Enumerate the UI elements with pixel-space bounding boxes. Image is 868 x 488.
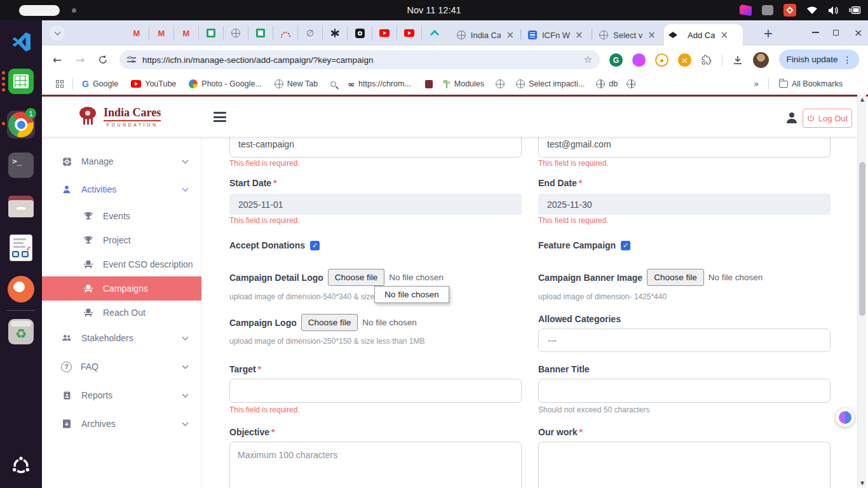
scroll-up-arrow[interactable]: ▲ [858,95,867,104]
apps-grid-icon[interactable] [56,80,64,88]
window-restore-button[interactable] [833,30,839,36]
terminal-dock-icon[interactable]: >_ [7,151,35,179]
pinned-tab-openai[interactable] [323,26,348,40]
tab-icfn[interactable]: ICFn W × [523,24,590,46]
app-indicator-icon[interactable] [740,4,752,17]
pinned-tab-null[interactable]: ∅ [298,26,323,40]
site-settings-icon[interactable] [127,56,136,64]
bookmark-google-photos[interactable]: Photo - Google... [189,79,262,88]
downloads-icon[interactable] [732,55,743,66]
vscode-dock-icon[interactable] [7,28,35,56]
pinned-tab-gmail[interactable]: M [125,26,149,40]
bookmark-modules[interactable]: Modules [443,79,484,88]
start-date-input[interactable] [229,194,522,215]
bookmark-select-impact[interactable]: Select impacti... [516,79,585,88]
forward-button[interactable]: → [71,51,89,69]
pinned-tab-globe[interactable] [224,26,248,40]
sidebar-item-project[interactable]: Project [42,228,201,252]
pinned-tab-hoppscotch[interactable] [422,26,447,40]
page-scrollbar[interactable]: ▲ ▼ [857,95,866,488]
files-dock-icon[interactable] [7,193,35,220]
pinned-tab-arc[interactable] [273,26,298,40]
tab-add-campaign-active[interactable]: Add Ca × [664,24,743,46]
tab-close-icon[interactable]: × [575,30,583,40]
trash-dock-icon[interactable]: ♻ [7,318,35,346]
hamburger-menu-icon[interactable] [214,111,227,123]
window-close-button[interactable]: × [854,29,862,37]
new-tab-button[interactable]: + [763,26,773,40]
tab-select[interactable]: Select v × [594,24,661,46]
pinned-tab-gmail[interactable]: M [174,26,199,40]
objective-textarea[interactable] [229,442,522,488]
accept-donations-checkbox[interactable]: ✓ [310,241,320,250]
brain-extension-icon[interactable] [632,53,646,67]
bookmark-google[interactable]: G Google [82,79,118,89]
back-button[interactable]: ← [48,51,66,69]
pinned-tab-youtube[interactable] [397,26,422,40]
sidebar-item-event-cso-description[interactable]: Event CSO description [42,252,201,276]
libreoffice-calc-dock-icon[interactable] [7,67,35,95]
tab-close-icon[interactable]: × [720,30,728,40]
pinned-tab-sheets[interactable] [199,26,224,40]
tab-search-button[interactable] [50,25,65,41]
url-text[interactable]: https://icfn.in/manage-section/add-campa… [142,55,578,65]
bookmark-globe[interactable] [496,79,505,88]
end-date-input[interactable] [538,194,831,215]
sidebar-item-faq[interactable]: ? FAQ [42,355,201,379]
user-profile-icon[interactable] [784,109,799,126]
wifi-icon[interactable] [806,6,818,15]
allowed-categories-select[interactable]: --- [538,329,831,352]
feature-campaign-checkbox[interactable]: ✓ [621,241,630,250]
banner-title-input[interactable] [538,379,831,403]
system-clock[interactable]: Nov 11 12:41 [0,0,868,20]
choose-file-button[interactable]: Choose file [647,269,704,286]
sidebar-item-events[interactable]: Events [42,204,201,228]
reload-button[interactable] [94,51,112,69]
battery-icon[interactable] [849,6,862,14]
pinned-tab-youtube[interactable] [372,26,397,40]
sidebar-item-reports[interactable]: Reports [42,383,201,407]
tab-close-icon[interactable]: × [648,30,656,40]
postman-dock-icon[interactable] [7,275,35,303]
ubuntu-apps-dock-icon[interactable] [7,452,35,480]
bookmark-globe[interactable] [627,79,635,88]
orange-extension-icon[interactable]: ● [655,53,668,67]
pinned-tab-dark-app[interactable] [348,26,372,40]
chrome-dock-icon[interactable]: 1 [7,111,35,139]
sidebar-item-archives[interactable]: Archives [42,412,201,436]
sidebar-item-campaigns[interactable]: Campaigns [42,276,201,301]
scrollbar-thumb[interactable] [859,162,865,316]
volume-icon[interactable] [828,6,839,15]
our-work-textarea[interactable] [538,442,831,488]
sidebar-item-activities[interactable]: Activities [42,177,201,201]
system-tray[interactable] [740,0,862,20]
all-bookmarks-button[interactable]: All Bookmarks [779,79,843,88]
search-bookmark-icon[interactable] [330,81,336,87]
pinned-tab-sheets[interactable] [248,26,273,40]
target-input[interactable] [229,379,522,403]
sidebar-item-stakeholders[interactable]: Stakeholders [42,326,201,350]
bookmarks-overflow-chevron[interactable]: » [754,79,759,89]
bookmark-youtube[interactable]: YouTube [131,79,176,88]
tab-india-cares[interactable]: India Ca × [452,24,519,46]
bookmark-favicon[interactable] [425,80,433,88]
brain-extension-fab[interactable] [836,408,855,427]
choose-file-button[interactable]: Choose file [328,269,385,286]
bookmark-db[interactable]: db [596,79,618,88]
bookmark-chrome-link[interactable]: ∞ https://chrom... [348,79,411,89]
tab-close-icon[interactable]: × [506,30,514,40]
orange-x-extension-icon[interactable]: ⨯ [678,53,691,67]
choose-file-button[interactable]: Choose file [301,314,358,331]
brand-logo[interactable]: India Cares FOUNDATION [77,105,161,127]
document-viewer-dock-icon[interactable]: e [7,234,35,262]
logout-button[interactable]: Log Out [803,109,852,128]
address-bar[interactable]: https://icfn.in/manage-section/add-campa… [119,50,600,69]
profile-avatar[interactable] [753,52,769,68]
kebab-menu-icon[interactable]: ⋮ [843,55,852,65]
bookmark-new-tab[interactable]: New Tab [275,79,318,88]
window-minimize-button[interactable] [812,28,819,33]
pinned-tab-gmail[interactable]: M [149,26,174,40]
messages-icon[interactable] [762,5,773,15]
grammarly-extension-icon[interactable]: G [609,53,623,67]
extensions-puzzle-icon[interactable] [701,55,712,66]
